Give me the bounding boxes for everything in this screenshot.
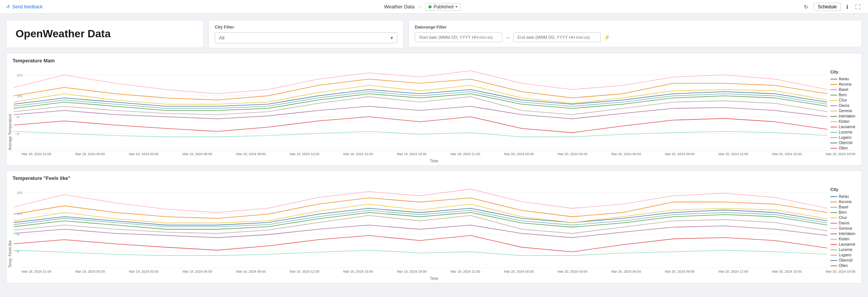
chart2-title: Temperature "Feels like" — [6, 175, 862, 184]
info-button[interactable]: ℹ — [845, 2, 850, 11]
legend-lucerne: Lucerne — [830, 130, 858, 134]
legend-davos: Davos — [830, 103, 858, 108]
chart1-title: Temperature Main — [6, 58, 862, 67]
send-feedback-button[interactable]: ↺ Send feedback — [6, 4, 43, 10]
chart2-area: Temp. Feels like 20 10 0 -4 — [6, 184, 862, 268]
refresh-button[interactable]: ↻ — [802, 2, 810, 11]
svg-text:20: 20 — [17, 191, 23, 195]
legend-kloten: Kloten — [830, 119, 858, 124]
end-date-input[interactable] — [513, 32, 601, 42]
chart2-legend-title: City — [830, 187, 858, 192]
legend-chur: Chur — [830, 98, 858, 102]
date-arrow-icon: → — [505, 35, 510, 40]
chart1-legend-title: City — [830, 70, 858, 74]
schedule-button[interactable]: Schedule — [814, 3, 841, 11]
legend-lugano: Lugano — [830, 135, 858, 140]
top-bar-right: ↻ Schedule ℹ ⛶ — [802, 2, 862, 11]
top-bar-center: Weather Data ☆ Published ▾ — [384, 3, 461, 11]
legend-ascona: Ascona — [830, 82, 858, 86]
legend-lausanne: Lausanne — [830, 125, 858, 129]
city-filter-card: City Filter All ▾ — [208, 20, 404, 48]
chart2-card: Temperature "Feels like" Temp. Feels lik… — [6, 170, 862, 283]
chart1-y-label: Average Temperature — [6, 67, 14, 150]
svg-text:-4: -4 — [15, 249, 20, 254]
svg-text:0: 0 — [17, 115, 20, 119]
chart1-svg: 20 10 0 -2 — [14, 67, 827, 150]
daterange-inputs: → ⚡ — [415, 32, 855, 42]
chart2-main: 20 10 0 -4 — [14, 184, 827, 268]
chart1-card: Temperature Main Average Temperature 20 … — [6, 53, 862, 166]
city-filter-select[interactable]: All ▾ — [215, 32, 397, 43]
legend-geneva: Geneva — [830, 109, 858, 113]
svg-text:-2: -2 — [15, 132, 20, 136]
status-label: Published — [433, 4, 454, 10]
legend-oberruti: Oberrüti — [830, 141, 858, 145]
page-title: OpenWeather Data — [16, 28, 194, 40]
chart1-main: 20 10 0 -2 — [14, 67, 827, 150]
chevron-down-icon: ▾ — [455, 5, 457, 9]
status-badge[interactable]: Published ▾ — [425, 3, 461, 11]
fullscreen-button[interactable]: ⛶ — [854, 2, 862, 11]
chart1-legend: City Aarau Ascona Basel Bern — [827, 67, 862, 150]
legend-aarau: Aarau — [830, 77, 858, 81]
city-filter-label: City Filter — [215, 25, 397, 29]
star-icon[interactable]: ☆ — [417, 4, 422, 10]
chart2-svg: 20 10 0 -4 — [14, 184, 827, 268]
page-title-section: OpenWeather Data — [6, 20, 204, 48]
legend-bern: Bern — [830, 93, 858, 97]
top-bar: ↺ Send feedback Weather Data ☆ Published… — [0, 0, 868, 14]
chevron-down-icon: ▾ — [390, 35, 393, 41]
legend-basel: Basel — [830, 87, 858, 92]
legend-interlaken: Interlaken — [830, 114, 858, 118]
chart2-y-label: Temp. Feels like — [6, 184, 14, 268]
lightning-icon[interactable]: ⚡ — [604, 34, 610, 40]
feedback-icon: ↺ — [6, 4, 10, 10]
chart2-x-axis: Mar 18, 2024 21:00 Mar 19, 2024 00:00 Ma… — [6, 268, 862, 276]
legend-olten: Olten — [830, 146, 858, 150]
chart2-x-title: Time — [6, 276, 862, 283]
chart2-legend: City Aarau Ascona Basel Bern Chur Davos … — [827, 184, 862, 268]
start-date-input[interactable] — [415, 32, 502, 42]
chart1-x-axis: Mar 18, 2024 21:00 Mar 19, 2024 00:00 Ma… — [6, 150, 862, 159]
daterange-filter-label: Daterange Filter — [415, 25, 855, 29]
chart1-area: Average Temperature 20 10 0 -2 — [6, 67, 862, 150]
status-dot — [428, 5, 432, 8]
daterange-filter-card: Daterange Filter → ⚡ — [408, 20, 862, 47]
main-content: OpenWeather Data City Filter All ▾ Dater… — [0, 14, 868, 289]
chart1-x-title: Time — [6, 159, 862, 165]
svg-text:20: 20 — [17, 73, 23, 78]
dashboard-title: Weather Data — [384, 4, 414, 10]
